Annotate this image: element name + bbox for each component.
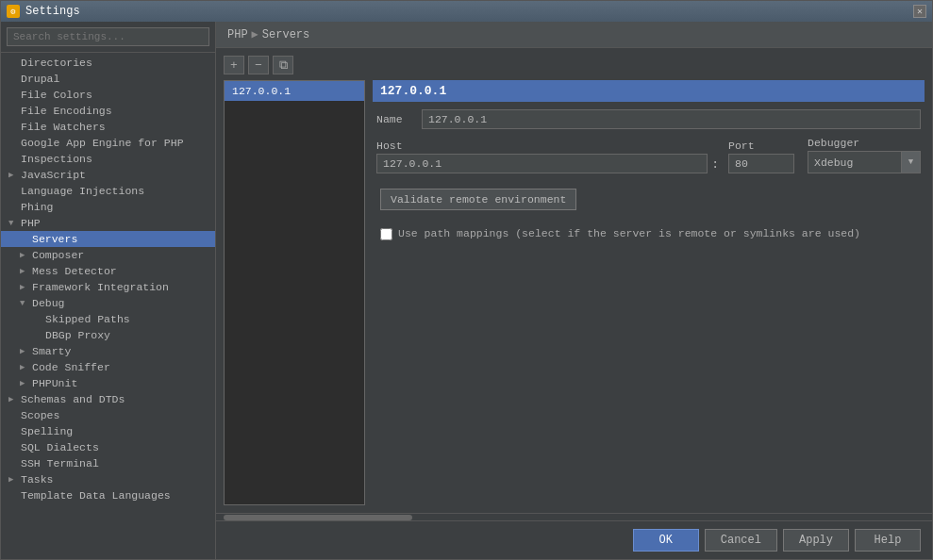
sidebar-item-label-language-injections: Language Injections	[21, 185, 144, 197]
sidebar-item-label-spelling: Spelling	[21, 425, 73, 437]
sidebar-item-inspections[interactable]: Inspections	[1, 151, 215, 167]
sidebar-item-label-phpunit: PHPUnit	[32, 377, 77, 389]
ok-button[interactable]: OK	[633, 529, 699, 552]
scrollbar-thumb	[224, 515, 412, 520]
debugger-dropdown-arrow[interactable]: ▼	[901, 152, 920, 173]
sidebar-item-file-colors[interactable]: File Colors	[1, 87, 215, 103]
path-mappings-label: Use path mappings (select if the server …	[398, 227, 860, 239]
host-port-debugger-row: Host : Port Debugger	[373, 137, 925, 173]
sidebar-item-label-google-app-engine: Google App Engine for PHP	[21, 137, 184, 149]
servers-content: 127.0.0.1 127.0.0.1 Name Host	[224, 80, 925, 505]
sidebar-item-sql-dialects[interactable]: SQL Dialects	[1, 439, 215, 455]
sidebar-item-tasks[interactable]: ▶Tasks	[1, 471, 215, 487]
validate-button[interactable]: Validate remote environment	[380, 189, 576, 210]
sidebar-item-label-tasks: Tasks	[21, 473, 54, 486]
sidebar-item-label-template-data-languages: Template Data Languages	[21, 489, 171, 502]
port-input[interactable]	[728, 154, 794, 173]
copy-server-button[interactable]: ⧉	[273, 56, 293, 74]
settings-window: ⚙ Settings ✕ DirectoriesDrupalFile Color…	[0, 0, 933, 560]
sidebar-item-label-code-sniffer: Code Sniffer	[32, 361, 110, 373]
sidebar-item-label-composer: Composer	[32, 249, 84, 261]
sidebar-item-schemas-and-dtds[interactable]: ▶Schemas and DTDs	[1, 391, 215, 407]
sidebar-item-label-skipped-paths: Skipped Paths	[45, 313, 130, 325]
sidebar-item-google-app-engine[interactable]: Google App Engine for PHP	[1, 135, 215, 151]
sidebar-item-phpunit[interactable]: ▶PHPUnit	[1, 375, 215, 391]
port-group: Port	[728, 140, 794, 173]
window-title: Settings	[25, 5, 80, 18]
sidebar-item-scopes[interactable]: Scopes	[1, 407, 215, 423]
name-input[interactable]	[422, 109, 921, 129]
search-box	[1, 22, 215, 53]
breadcrumb-arrow: ▶	[252, 27, 258, 41]
sidebar-item-template-data-languages[interactable]: Template Data Languages	[1, 487, 215, 503]
path-mappings-checkbox[interactable]	[380, 228, 392, 240]
sidebar-item-label-smarty: Smarty	[32, 345, 71, 357]
add-server-button[interactable]: +	[224, 56, 244, 74]
sidebar-item-label-framework-integration: Framework Integration	[32, 281, 169, 293]
sidebar-tree: DirectoriesDrupalFile ColorsFile Encodin…	[1, 53, 215, 559]
sidebar-item-label-schemas-and-dtds: Schemas and DTDs	[21, 393, 125, 405]
servers-toolbar: + − ⧉	[224, 56, 925, 74]
sidebar-item-smarty[interactable]: ▶Smarty	[1, 343, 215, 359]
sidebar-item-skipped-paths[interactable]: Skipped Paths	[1, 311, 215, 327]
sidebar-item-dbgp-proxy[interactable]: DBGp Proxy	[1, 327, 215, 343]
debugger-select[interactable]: Xdebug ▼	[808, 151, 921, 173]
right-area: PHP ▶ Servers + − ⧉ 127.0.0.1	[216, 22, 932, 559]
breadcrumb-current: Servers	[262, 28, 309, 41]
sidebar-item-label-inspections: Inspections	[21, 153, 92, 165]
sidebar-item-directories[interactable]: Directories	[1, 55, 215, 71]
sidebar-item-file-watchers[interactable]: File Watchers	[1, 119, 215, 135]
servers-list: 127.0.0.1	[224, 80, 365, 505]
sidebar-item-servers[interactable]: Servers	[1, 231, 215, 247]
sidebar-item-label-directories: Directories	[21, 57, 92, 69]
breadcrumb: PHP ▶ Servers	[216, 22, 932, 48]
sidebar-item-label-debug: Debug	[32, 297, 65, 309]
host-input[interactable]	[376, 154, 708, 173]
app-icon: ⚙	[7, 5, 20, 18]
search-input[interactable]	[7, 27, 209, 46]
main-panel: PHP ▶ Servers + − ⧉ 127.0.0.1	[216, 22, 932, 513]
sidebar-item-composer[interactable]: ▶Composer	[1, 247, 215, 263]
sidebar-item-javascript[interactable]: ▶JavaScript	[1, 167, 215, 183]
name-row: Name	[373, 109, 925, 129]
sidebar-item-phing[interactable]: Phing	[1, 199, 215, 215]
sidebar-item-spelling[interactable]: Spelling	[1, 423, 215, 439]
help-button[interactable]: Help	[855, 529, 921, 552]
sidebar-item-label-mess-detector: Mess Detector	[32, 265, 117, 277]
debugger-group: Debugger Xdebug ▼	[808, 137, 921, 173]
sidebar-item-file-encodings[interactable]: File Encodings	[1, 103, 215, 119]
apply-button[interactable]: Apply	[783, 529, 849, 552]
sidebar-item-label-javascript: JavaScript	[21, 169, 86, 181]
name-label: Name	[376, 113, 414, 125]
sidebar-item-label-file-encodings: File Encodings	[21, 105, 112, 117]
sidebar-item-code-sniffer[interactable]: ▶Code Sniffer	[1, 359, 215, 375]
sidebar-item-mess-detector[interactable]: ▶Mess Detector	[1, 263, 215, 279]
sidebar-item-label-dbgp-proxy: DBGp Proxy	[45, 329, 110, 341]
port-label: Port	[728, 140, 794, 152]
horizontal-scrollbar[interactable]	[216, 513, 932, 520]
sidebar-item-label-file-colors: File Colors	[21, 89, 92, 101]
sidebar-item-label-ssh-terminal: SSH Terminal	[21, 457, 99, 469]
title-bar-left: ⚙ Settings	[7, 5, 80, 18]
cancel-button[interactable]: Cancel	[705, 529, 777, 552]
sidebar-item-framework-integration[interactable]: ▶Framework Integration	[1, 279, 215, 295]
sidebar-item-label-sql-dialects: SQL Dialects	[21, 441, 99, 453]
sidebar-item-label-phing: Phing	[21, 201, 54, 213]
validate-row: Validate remote environment	[373, 181, 925, 218]
server-list-item[interactable]: 127.0.0.1	[225, 81, 364, 101]
sidebar-item-debug[interactable]: ▼Debug	[1, 295, 215, 311]
sidebar-item-php[interactable]: ▼PHP	[1, 215, 215, 231]
sidebar-item-label-file-watchers: File Watchers	[21, 121, 106, 133]
sidebar-item-label-servers: Servers	[32, 233, 77, 245]
sidebar-item-language-injections[interactable]: Language Injections	[1, 183, 215, 199]
host-label: Host	[376, 140, 708, 152]
remove-server-button[interactable]: −	[248, 56, 269, 74]
sidebar-item-ssh-terminal[interactable]: SSH Terminal	[1, 455, 215, 471]
sidebar-item-drupal[interactable]: Drupal	[1, 71, 215, 87]
main-content: DirectoriesDrupalFile ColorsFile Encodin…	[1, 22, 932, 559]
host-group: Host	[376, 140, 708, 173]
servers-panel: + − ⧉ 127.0.0.1 127.0.0.1 Name	[216, 48, 932, 513]
sidebar-item-label-scopes: Scopes	[21, 409, 59, 421]
bottom-bar: OK Cancel Apply Help	[216, 520, 932, 559]
close-button[interactable]: ✕	[913, 5, 926, 18]
